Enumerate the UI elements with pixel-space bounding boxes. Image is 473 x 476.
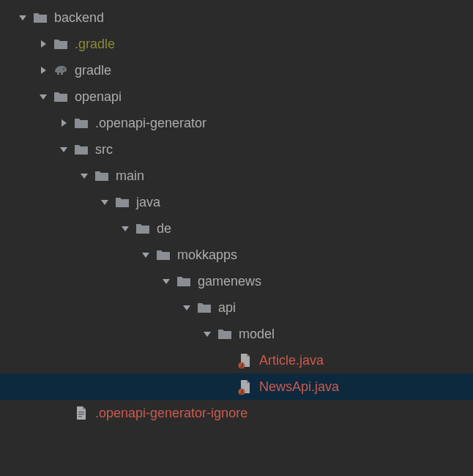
chevron-down-icon[interactable] — [161, 276, 171, 286]
tree-item-openapi[interactable]: openapi — [0, 83, 473, 110]
java-file-icon: J — [237, 352, 253, 368]
chevron-right-icon[interactable] — [38, 39, 48, 49]
file-tree: backend.gradlegradleopenapi.openapi-gene… — [0, 0, 473, 426]
folder-icon — [53, 89, 69, 105]
tree-item-label: .gradle — [75, 37, 115, 52]
tree-item-label: model — [239, 327, 275, 342]
chevron-down-icon[interactable] — [120, 223, 130, 234]
tree-item-label: api — [218, 300, 236, 316]
chevron-down-icon[interactable] — [59, 144, 69, 155]
tree-item-label: NewsApi.java — [259, 379, 339, 395]
folder-icon — [217, 326, 233, 342]
tree-item-label: .openapi-generator-ignore — [95, 406, 247, 421]
tree-item-label: gradle — [75, 63, 111, 78]
folder-icon — [155, 247, 171, 263]
folder-icon — [135, 220, 151, 237]
tree-item-label: main — [116, 168, 144, 184]
tree-item-gamenews[interactable]: gamenews — [0, 268, 473, 294]
tree-item-label: de — [157, 221, 171, 237]
svg-rect-6 — [78, 414, 84, 414]
tree-item-newsapi-java[interactable]: JNewsApi.java — [0, 373, 473, 400]
tree-item-main[interactable]: main — [0, 163, 473, 189]
tree-item-label: Article.java — [259, 353, 324, 368]
tree-item-label: openapi — [75, 89, 122, 105]
tree-item-label: mokkapps — [177, 248, 237, 263]
chevron-down-icon[interactable] — [79, 171, 89, 181]
chevron-down-icon[interactable] — [182, 302, 192, 313]
java-file-icon: J — [237, 379, 253, 395]
tree-item-label: backend — [54, 10, 104, 26]
folder-icon — [73, 115, 89, 131]
tree-item-openapi-generator-ignore[interactable]: .openapi-generator-ignore — [0, 400, 473, 426]
folder-icon — [53, 36, 69, 52]
gradle-elephant-icon — [53, 62, 69, 78]
tree-item-java[interactable]: java — [0, 189, 473, 215]
svg-text:J: J — [240, 363, 243, 368]
tree-item-label: gamenews — [198, 274, 261, 289]
tree-item-model[interactable]: model — [0, 321, 473, 347]
tree-item-article-java[interactable]: JArticle.java — [0, 347, 473, 373]
tree-item-label: src — [95, 142, 113, 157]
svg-text:J: J — [240, 390, 243, 395]
folder-icon — [73, 141, 89, 157]
tree-item-de[interactable]: de — [0, 215, 473, 242]
chevron-down-icon[interactable] — [202, 329, 212, 339]
chevron-down-icon[interactable] — [141, 250, 151, 260]
chevron-right-icon[interactable] — [59, 118, 69, 128]
text-file-icon — [73, 405, 89, 421]
tree-item-src[interactable]: src — [0, 136, 473, 163]
tree-item-backend[interactable]: backend — [0, 4, 473, 31]
tree-item-api[interactable]: api — [0, 294, 473, 321]
tree-item-label: java — [136, 195, 160, 210]
chevron-down-icon[interactable] — [100, 197, 110, 207]
tree-item-gradle[interactable]: gradle — [0, 57, 473, 83]
chevron-right-icon[interactable] — [38, 65, 48, 75]
tree-item-dot-openapi-generator[interactable]: .openapi-generator — [0, 110, 473, 136]
folder-icon — [32, 10, 48, 26]
tree-item-label: .openapi-generator — [95, 116, 206, 131]
folder-icon — [94, 168, 110, 184]
folder-icon — [176, 273, 192, 289]
svg-rect-5 — [78, 412, 84, 412]
folder-icon — [196, 300, 212, 316]
svg-point-0 — [63, 69, 64, 70]
chevron-down-icon[interactable] — [18, 12, 28, 23]
folder-icon — [114, 194, 130, 210]
chevron-down-icon[interactable] — [38, 92, 48, 102]
svg-rect-7 — [78, 416, 82, 417]
tree-item-dot-gradle[interactable]: .gradle — [0, 31, 473, 57]
tree-item-mokkapps[interactable]: mokkapps — [0, 242, 473, 268]
